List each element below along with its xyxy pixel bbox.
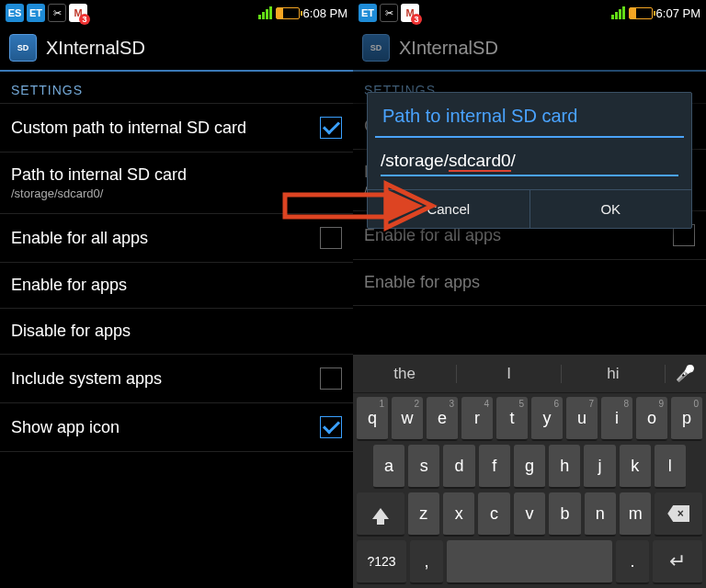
suggestion[interactable]: hi (562, 365, 666, 383)
app-icon-et: ET (359, 4, 377, 22)
mail-icon: M3 (401, 4, 419, 22)
app-title: XInternalSD (46, 38, 145, 59)
pref-bg-3: Enable for apps (353, 260, 706, 306)
key-m[interactable]: m (620, 492, 651, 537)
action-bar: XInternalSD (353, 26, 706, 72)
key-n[interactable]: n (585, 492, 616, 537)
mic-button[interactable] (666, 364, 706, 383)
battery-icon (629, 7, 653, 19)
pref-enable-apps[interactable]: Enable for apps (0, 263, 353, 309)
ok-button[interactable]: OK (530, 190, 692, 228)
status-bar: ES ET ✂ M3 6:08 PM (0, 0, 353, 26)
suggestion-bar: the I hi (353, 355, 706, 393)
app-icon-et: ET (27, 4, 45, 22)
annotation-arrow (285, 184, 432, 233)
key-s[interactable]: s (408, 445, 439, 489)
key-v[interactable]: v (514, 492, 545, 537)
screenshot-right: ET ✂ M3 6:07 PM XInternalSD SETTINGS Cu … (353, 0, 706, 588)
key-b[interactable]: b (549, 492, 580, 537)
key-period[interactable]: . (616, 540, 649, 584)
action-bar: XInternalSD (0, 26, 353, 72)
key-backspace[interactable] (655, 492, 702, 537)
checkbox-icon[interactable] (320, 117, 342, 139)
shift-icon (372, 508, 389, 519)
scissors-icon: ✂ (380, 4, 398, 22)
soft-keyboard: the I hi q1w2e3r4t5y6u7i8o9p0 asdfghjkl … (353, 355, 706, 588)
svg-rect-0 (285, 195, 386, 217)
key-x[interactable]: x (443, 492, 474, 537)
dialog-input[interactable]: /storage/sdcard0/ (381, 151, 678, 176)
section-header: SETTINGS (0, 72, 353, 104)
key-shift[interactable] (357, 492, 404, 537)
status-time: 6:07 PM (656, 6, 700, 20)
key-q[interactable]: q1 (357, 397, 388, 441)
app-launcher-icon[interactable] (9, 34, 37, 62)
pref-show-icon[interactable]: Show app icon (0, 403, 353, 452)
key-a[interactable]: a (373, 445, 404, 489)
app-launcher-icon (362, 34, 390, 62)
key-y[interactable]: y6 (531, 397, 563, 441)
suggestion[interactable]: the (353, 365, 457, 383)
pref-custom-path[interactable]: Custom path to internal SD card (0, 104, 353, 153)
scissors-icon: ✂ (48, 4, 66, 22)
status-time: 6:08 PM (303, 6, 347, 20)
status-bar: ET ✂ M3 6:07 PM (353, 0, 706, 26)
screenshot-left: ES ET ✂ M3 6:08 PM XInternalSD SETTINGS … (0, 0, 353, 588)
dialog-title: Path to internal SD card (368, 93, 691, 136)
key-e[interactable]: e3 (427, 397, 458, 441)
key-c[interactable]: c (478, 492, 509, 537)
pref-disable-apps[interactable]: Disable for apps (0, 309, 353, 355)
key-d[interactable]: d (443, 445, 474, 489)
mail-icon: M3 (69, 4, 87, 22)
key-i[interactable]: i8 (601, 397, 632, 441)
key-comma[interactable]: , (410, 540, 443, 584)
app-title: XInternalSD (399, 38, 498, 59)
key-l[interactable]: l (655, 445, 686, 489)
key-j[interactable]: j (584, 445, 615, 489)
key-g[interactable]: g (514, 445, 545, 489)
key-space[interactable] (447, 540, 612, 584)
checkbox-icon[interactable] (320, 368, 342, 390)
checkbox-icon[interactable] (320, 416, 342, 438)
key-k[interactable]: k (620, 445, 651, 489)
suggestion[interactable]: I (457, 365, 561, 383)
key-z[interactable]: z (408, 492, 439, 537)
battery-icon (276, 7, 300, 19)
key-f[interactable]: f (479, 445, 510, 489)
signal-icon (258, 6, 272, 19)
key-u[interactable]: u7 (566, 397, 598, 441)
key-h[interactable]: h (549, 445, 580, 489)
signal-icon (611, 6, 625, 19)
key-p[interactable]: p0 (671, 397, 702, 441)
key-w[interactable]: w2 (392, 397, 423, 441)
key-enter[interactable]: ↵ (653, 540, 702, 584)
pref-include-system[interactable]: Include system apps (0, 355, 353, 403)
key-r[interactable]: r4 (461, 397, 493, 441)
key-t[interactable]: t5 (496, 397, 528, 441)
backspace-icon (667, 505, 689, 522)
app-icon-es: ES (6, 4, 24, 22)
key-o[interactable]: o9 (636, 397, 667, 441)
enter-icon: ↵ (669, 549, 686, 573)
key-symbols[interactable]: ?123 (357, 540, 406, 584)
